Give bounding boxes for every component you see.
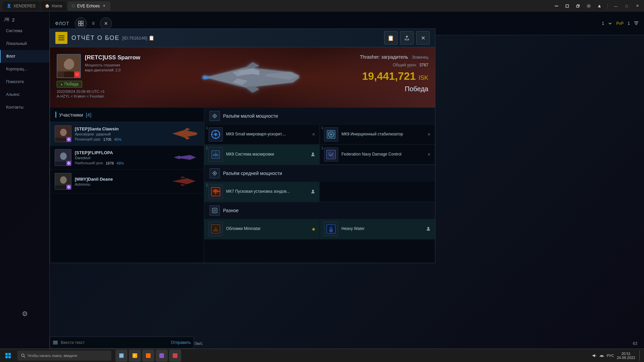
sidebar-item-korporac[interactable]: Корпорац... [0, 63, 49, 75]
sidebar-item-lokalny[interactable]: Локальный [0, 37, 49, 50]
copy-icon[interactable]: 📋 [149, 35, 154, 41]
mid-slot-title: Разъём средней мощности [223, 171, 282, 176]
participant-name: [STEP]Santa Clawsin [75, 126, 166, 131]
pilot-details: [RETC]USS Sparrow Мощность глушения варп… [85, 54, 140, 73]
pvp-badge: PvP [616, 21, 624, 26]
browser-settings-button[interactable] [585, 2, 593, 10]
sidebar-item-alyans[interactable]: Альянс [0, 88, 49, 101]
modal-export-button[interactable] [400, 31, 414, 45]
settings-gear-icon[interactable]: ⚙ [0, 306, 49, 322]
taskbar-sound-icon[interactable] [592, 353, 597, 358]
equip-icon [209, 222, 223, 236]
participant-item[interactable]: [STEP]Santa Clawsin Apocalypse: ударный … [50, 122, 204, 146]
browser-fullscreen-button[interactable] [563, 2, 571, 10]
taskbar-app-3[interactable] [142, 350, 154, 362]
equip-icon [209, 185, 223, 199]
taskbar-app-1[interactable] [115, 350, 127, 362]
equip-item[interactable]: Обломки Minmatar ◉ [204, 219, 320, 239]
chat-send-button[interactable]: Отправить [171, 340, 191, 345]
taskbar-network-icon [599, 353, 604, 358]
window-minimize-button[interactable]: — [612, 2, 620, 10]
taskbar-app-2[interactable]: Y [129, 350, 141, 362]
low-slot-section: Разъём малой мощности 1 [204, 108, 435, 165]
participant-ship-image [169, 127, 199, 140]
equip-item[interactable]: 1 МК9 Система маскировки [204, 144, 320, 165]
modal-report-button[interactable]: 📋 [384, 31, 397, 45]
participant-ship: Daredevil [75, 156, 166, 160]
participant-item[interactable]: [STEP]FLIPFLOPA Daredevil Наибольший уро… [50, 146, 204, 170]
filter-icon[interactable] [634, 21, 639, 26]
chat-input[interactable] [61, 340, 168, 345]
svg-point-65 [601, 356, 602, 357]
equip-name: Обломки Minmatar [226, 226, 309, 232]
equip-name-federation-navy-damage-control: Federation Navy Damage Control [341, 152, 424, 157]
equip-item[interactable]: Heavy Water [320, 219, 435, 239]
equip-icon [324, 127, 338, 141]
taskbar-start-button[interactable] [0, 349, 16, 362]
browser-profile-button[interactable] [595, 2, 603, 10]
avatar-rank-badge [74, 71, 80, 77]
browser-minimize-button[interactable] [552, 2, 560, 10]
equip-name: МК9 Small микроварп-ускорит.... [226, 132, 309, 137]
taskbar-show-desktop-button[interactable] [639, 350, 641, 361]
svg-rect-54 [8, 353, 11, 355]
mid-slot-section: Разъём средней мощности 1 [204, 165, 435, 202]
tab-xenderes[interactable]: 👤 XENDERES [3, 1, 40, 11]
taskbar-app-4[interactable] [156, 350, 168, 362]
tab-close-button[interactable]: × [102, 4, 106, 8]
sidebar-item-flot[interactable]: Флот [0, 50, 49, 63]
sidebar-item-sistema[interactable]: Система [0, 24, 49, 37]
tab-eve-echoes[interactable]: ⬡ EVE Echoes × [68, 1, 110, 11]
participant-ship: Ashimmu [75, 182, 166, 186]
participant-name: [M9IY]Danil Deane [75, 177, 166, 182]
participant-avatar [55, 149, 71, 166]
equip-icon [324, 147, 338, 162]
svg-point-29 [215, 133, 217, 135]
ship-classification: Thrasher: заградитель Эсминец [348, 54, 428, 60]
chat-menu-icon[interactable] [53, 340, 58, 345]
modal-close-button[interactable]: ✕ [416, 31, 430, 45]
pilot-name: [RETC]USS Sparrow [85, 54, 140, 61]
equip-item-federation-navy-damage-control[interactable]: 1 Federation Navy Damage Control ✕ [320, 144, 435, 165]
topbar-close-button[interactable]: ✕ [100, 17, 112, 29]
menu-icon[interactable] [55, 32, 67, 44]
equip-item[interactable]: 1 МК9 Small микроварп-ускорит.... ✕ [204, 124, 320, 144]
svg-point-7 [5, 18, 7, 20]
participant-item[interactable]: [M9IY]Danil Deane Ashimmu [50, 170, 204, 193]
taskbar-app-5[interactable] [169, 350, 181, 362]
equip-name: МК9 Система маскировки [226, 152, 307, 157]
tab-home[interactable]: 🏠 Home [41, 1, 66, 11]
equip-remove-button[interactable]: ✕ [427, 132, 431, 137]
sidebar-item-pomogite[interactable]: Помогите [0, 75, 49, 88]
misc-grid: Обломки Minmatar ◉ Heavy Water [204, 219, 435, 239]
equip-person-icon [426, 226, 431, 232]
equip-icon [209, 147, 223, 162]
taskbar-right: РУС 20:51 24.09.2022 [592, 350, 644, 361]
svg-rect-56 [8, 356, 11, 358]
equip-remove-button[interactable]: ✕ [312, 132, 315, 137]
topbar-grid-button[interactable] [75, 17, 87, 29]
participants-count: [4] [86, 112, 92, 118]
svg-rect-38 [328, 152, 331, 154]
browser-maximize-button[interactable] [574, 2, 582, 10]
window-maximize-button[interactable]: □ [623, 2, 631, 10]
taskbar-lang: РУС [607, 354, 614, 358]
participants-title: Участники [59, 112, 83, 118]
svg-point-5 [587, 4, 590, 8]
battle-location: A-HZYL < Kraken < Fountain [57, 94, 151, 98]
equip-item[interactable]: 1 МК7 Пусковая установка зондов... [204, 182, 320, 202]
sidebar-item-kontakty[interactable]: Контакты [0, 101, 49, 114]
participant-info: [STEP]FLIPFLOPA Daredevil Наибольший уро… [75, 150, 166, 165]
equip-item[interactable]: 1 МК9 Инерционный стабилизатор ✕ [320, 124, 435, 144]
taskbar-search[interactable]: Чтобы начать поиск, введите [17, 351, 111, 361]
mid-slot-icon [210, 168, 220, 178]
equip-name: МК7 Пусковая установка зондов... [226, 189, 307, 194]
equip-remove-button[interactable]: ✕ [427, 152, 431, 157]
victory-badge: Победа [57, 81, 82, 87]
participant-stats: Наибольший урон 1878 49% [75, 161, 166, 165]
window-close-button[interactable]: ✕ [633, 2, 641, 10]
svg-rect-1 [566, 5, 569, 7]
svg-point-15 [66, 60, 73, 68]
equipment-panel: Разъём малой мощности 1 [204, 108, 435, 263]
pilot-info: [RETC]USS Sparrow Мощность глушения варп… [57, 54, 151, 78]
